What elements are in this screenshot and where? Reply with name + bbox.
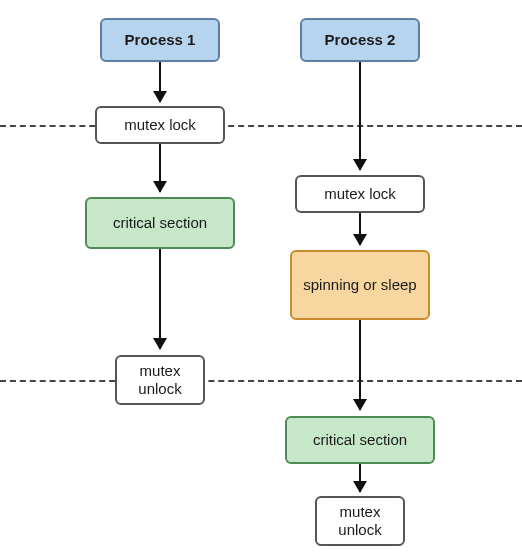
process1-critical: critical section — [113, 214, 207, 232]
process1-mutex-lock-box: mutex lock — [95, 106, 225, 144]
process2-spin-box: spinning or sleep — [290, 250, 430, 320]
arrow-p2-1 — [359, 62, 361, 170]
arrow-p2-3 — [359, 320, 361, 410]
process2-mutex-lock: mutex lock — [324, 185, 396, 203]
process1-mutex-unlock-box: mutex unlock — [115, 355, 205, 405]
process2-mutex-lock-box: mutex lock — [295, 175, 425, 213]
arrow-p1-3 — [159, 249, 161, 349]
process2-critical-box: critical section — [285, 416, 435, 464]
process1-mutex-lock: mutex lock — [124, 116, 196, 134]
mutex-diagram: Process 1 mutex lock critical section mu… — [0, 0, 522, 559]
process1-title: Process 1 — [125, 31, 196, 49]
process1-mutex-unlock: mutex unlock — [123, 362, 197, 398]
arrow-p1-2 — [159, 144, 161, 192]
arrow-p2-2 — [359, 213, 361, 245]
process2-title: Process 2 — [325, 31, 396, 49]
arrow-p1-1 — [159, 62, 161, 102]
process2-title-box: Process 2 — [300, 18, 420, 62]
process2-mutex-unlock-box: mutex unlock — [315, 496, 405, 546]
dash-line-lock — [0, 125, 522, 127]
arrow-p2-4 — [359, 464, 361, 492]
dash-line-unlock — [0, 380, 522, 382]
process1-critical-box: critical section — [85, 197, 235, 249]
process2-mutex-unlock: mutex unlock — [323, 503, 397, 539]
process1-title-box: Process 1 — [100, 18, 220, 62]
process2-critical: critical section — [313, 431, 407, 449]
process2-spin: spinning or sleep — [303, 276, 416, 294]
